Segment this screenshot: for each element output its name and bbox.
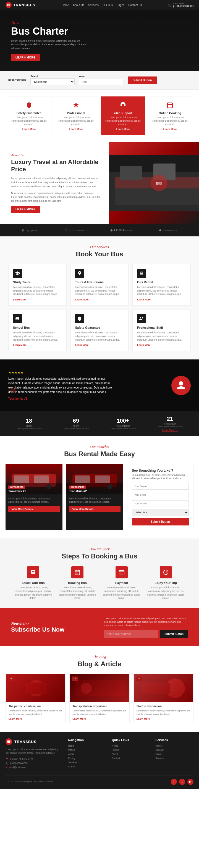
twitter-icon[interactable]: t xyxy=(179,779,185,785)
svg-rect-0 xyxy=(167,103,172,108)
vehicle-booking-form: See Something You Like ? Lorem ipsum dol… xyxy=(127,464,194,530)
blog-title-2: Transportation experience xyxy=(72,705,126,708)
nav-bus[interactable]: Our Bus xyxy=(103,4,113,7)
footer-quick-home[interactable]: Home xyxy=(112,744,150,747)
location-icon: 📍 xyxy=(5,758,8,761)
service-staff: Professional Staff Lorem ipsum dolor sit… xyxy=(132,310,191,351)
achievement-learn-link[interactable]: Learn More → xyxy=(162,429,178,432)
step-select-title: Select Your Bus xyxy=(12,581,54,585)
about-image-inner: BUS xyxy=(109,155,199,211)
footer-svc-home[interactable]: Home xyxy=(155,744,194,747)
steps-tag: How We Work xyxy=(5,547,194,551)
vehicle-1-title: Transbus #1 xyxy=(8,489,60,493)
nav-home[interactable]: Home xyxy=(62,4,69,7)
feature-support-desc: Lorem ipsum dolor sit amet, consectetur … xyxy=(105,116,141,126)
projects-label: Project Done xyxy=(110,425,136,427)
footer-phone-icon: 📞 xyxy=(5,762,8,765)
service-school-desc: Lorem ipsum dolor sit amet, consectetur … xyxy=(13,331,62,341)
blog-content-2: Transportation experience Lorem ipsum do… xyxy=(70,702,129,723)
service-bus-link[interactable]: Learn More xyxy=(137,298,186,301)
services-grid: Study Tours Lorem ipsum dolor sit amet, … xyxy=(8,264,191,351)
team-label: Team xyxy=(63,425,89,427)
experience-desc: Lorem ipsum dolor sit amet xyxy=(157,426,183,428)
svg-rect-10 xyxy=(14,475,29,483)
feature-safety-title: Safety Guarantee xyxy=(11,112,47,115)
feature-booking-link[interactable]: Learn More xyxy=(152,128,188,130)
booking-submit-button[interactable]: Submit Button xyxy=(128,76,157,84)
service-staff-title: Professional Staff xyxy=(137,326,186,329)
feature-booking-title: Online Booking xyxy=(152,112,188,115)
service-tours-title: Tours & Excursions xyxy=(75,280,124,284)
svg-rect-11 xyxy=(34,475,49,483)
service-tours-link[interactable]: Learn More xyxy=(75,298,124,301)
footer-nav-about[interactable]: About xyxy=(68,753,107,755)
vehicle-2-overlay: IN PROGRESS Transbus #2 xyxy=(66,483,123,494)
nav-contact[interactable]: Contact Us xyxy=(128,4,142,7)
form-name-input[interactable] xyxy=(132,483,189,490)
feature-professional-link[interactable]: Learn More xyxy=(58,128,94,130)
service-safety-link[interactable]: Learn More xyxy=(75,344,124,346)
footer-nav-pages[interactable]: Pages xyxy=(68,749,107,751)
feature-safety-link[interactable]: Learn More xyxy=(11,128,47,130)
footer-nav-services[interactable]: Services xyxy=(68,761,107,764)
hero-cta-button[interactable]: Learn More xyxy=(11,54,40,61)
footer-quick-contact[interactable]: Contact xyxy=(112,757,150,760)
footer-nav-contact[interactable]: Contact xyxy=(68,765,107,768)
form-submit-button[interactable]: Submit Button xyxy=(132,518,189,525)
about-cta-button[interactable]: Learn More xyxy=(11,206,40,213)
blog-title: Blog & Article xyxy=(5,660,194,668)
vehicle-2-title: Transbus #2 xyxy=(69,489,120,493)
feature-professional-title: Professional xyxy=(58,112,94,115)
date-input[interactable] xyxy=(79,79,123,85)
facebook-icon[interactable]: f xyxy=(171,779,177,785)
vehicle-1-btn[interactable]: View More Details → xyxy=(8,506,60,512)
step-payment-desc: Lorem ipsum dolor sit amet, consectetur … xyxy=(101,586,142,600)
feature-support-link[interactable]: Learn More xyxy=(105,128,141,130)
step-booking-title: Booking Bus xyxy=(57,581,98,585)
footer-nav-home[interactable]: Home xyxy=(68,744,107,747)
nav-services[interactable]: Services xyxy=(88,4,99,7)
service-study-link[interactable]: Learn More xyxy=(13,298,62,301)
service-bus-title: Bus Rental xyxy=(137,280,186,284)
date-label: Date xyxy=(79,75,123,78)
logo-3: ◈ LOGOIPSUM xyxy=(110,228,132,232)
footer-svc-contact[interactable]: Contact xyxy=(155,749,194,751)
blog-title-3: Start to destination xyxy=(136,705,191,708)
nav-call: 📞 Call Center (+00) 0000 0000 xyxy=(168,2,194,8)
projects-number: 100+ xyxy=(110,417,136,424)
form-bus-select[interactable]: Select Bus xyxy=(132,509,189,516)
footer-svc-about[interactable]: About xyxy=(155,753,194,755)
about-title: Luxury Travel at an Affordable Price xyxy=(11,158,101,173)
nav-pages[interactable]: Pages xyxy=(117,4,124,7)
blog-desc-3: Lorem ipsum dolor sit amet, consectetur … xyxy=(136,709,191,716)
feature-professional: Professional Lorem ipsum dolor sit amet,… xyxy=(54,96,98,135)
blog-link-2[interactable]: Learn More xyxy=(72,717,126,720)
blog-grid: 06 The perfect combination Lorem ipsum d… xyxy=(5,674,194,723)
blog-link-3[interactable]: Learn More xyxy=(136,717,191,720)
booking-form-title: See Something You Like ? xyxy=(132,469,189,472)
bus-select[interactable]: Select Bus xyxy=(30,79,75,85)
services-tag: Our Services xyxy=(8,245,191,249)
footer-svc-services[interactable]: Services xyxy=(155,757,194,760)
vehicle-2-btn[interactable]: View More Details → xyxy=(69,506,120,512)
svg-rect-27 xyxy=(25,683,47,694)
newsletter-submit-button[interactable]: Submit Button xyxy=(160,630,188,638)
form-email-input[interactable] xyxy=(132,492,189,498)
hero-title: Bus Charter xyxy=(11,26,88,37)
form-phone-input[interactable] xyxy=(132,500,189,507)
nav-about[interactable]: About Us xyxy=(73,4,84,7)
footer-nav-pricing[interactable]: Pricing xyxy=(68,757,107,760)
blog-link-1[interactable]: Learn More xyxy=(8,717,63,720)
school-bus-icon xyxy=(13,314,22,323)
features-row: Safety Guarantee Lorem ipsum dolor sit a… xyxy=(0,90,199,142)
blog-section: The Blog Blog & Article 06 The perfect c… xyxy=(0,646,199,732)
service-school-link[interactable]: Learn More xyxy=(13,344,62,346)
service-school-bus: School Bus Lorem ipsum dolor sit amet, c… xyxy=(8,310,67,351)
vehicle-1-info: Lorem ipsum dolor sit amet, consectetur … xyxy=(5,494,63,515)
footer-quick-pricing[interactable]: Pricing xyxy=(112,749,150,751)
newsletter-email-input[interactable] xyxy=(104,630,158,638)
achievement-buses: 18 Buses Lorem ipsum dolor sit amet xyxy=(16,417,42,430)
footer-quick-about[interactable]: About xyxy=(112,753,150,755)
youtube-icon[interactable]: ▶ xyxy=(187,779,194,785)
service-staff-link[interactable]: Learn More xyxy=(137,344,186,346)
